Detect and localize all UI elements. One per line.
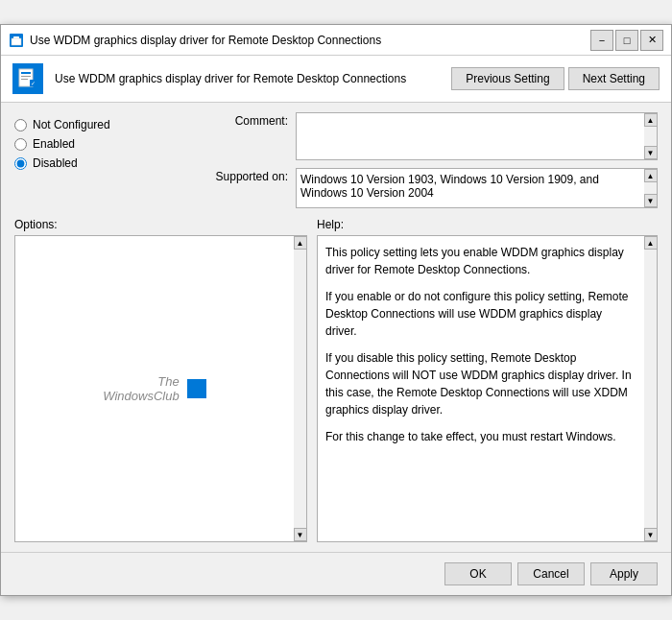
disabled-radio[interactable] [14, 157, 27, 170]
help-panel: Help: This policy setting lets you enabl… [317, 218, 658, 542]
footer: OK Cancel Apply [1, 552, 671, 595]
supported-label: Supported on: [206, 168, 288, 183]
scroll-down-arrow[interactable]: ▼ [644, 146, 658, 159]
comment-scrollbar: ▲ ▼ [644, 112, 658, 160]
comment-label: Comment: [206, 112, 288, 128]
watermark-line1: The [157, 374, 179, 389]
watermark-square [187, 379, 206, 398]
ok-button[interactable]: OK [444, 562, 512, 585]
help-label: Help: [317, 218, 658, 231]
top-section: Not Configured Enabled Disabled Comment: [14, 112, 658, 208]
scroll-up-arrow[interactable]: ▲ [644, 113, 658, 127]
supported-scrollbar: ▲ ▼ [644, 168, 658, 208]
supported-text-box: Windows 10 Version 1903, Windows 10 Vers… [296, 168, 644, 208]
supported-scroll-down[interactable]: ▼ [644, 194, 658, 207]
supported-row: Supported on: Windows 10 Version 1903, W… [206, 168, 658, 208]
header-bar: ✓ Use WDDM graphics display driver for R… [1, 56, 671, 103]
help-scroll-down[interactable]: ▼ [644, 528, 658, 541]
maximize-button[interactable]: □ [615, 30, 638, 51]
supported-scroll-up[interactable]: ▲ [644, 169, 658, 182]
enabled-radio[interactable] [14, 138, 27, 151]
minimize-button[interactable]: − [590, 30, 613, 51]
options-panel: Options: The WindowsClub ▲ [14, 218, 307, 542]
radio-section: Not Configured Enabled Disabled [14, 112, 206, 176]
bottom-section: Options: The WindowsClub ▲ [14, 218, 658, 542]
cancel-button[interactable]: Cancel [517, 562, 585, 585]
options-label: Options: [14, 218, 307, 231]
previous-setting-button[interactable]: Previous Setting [451, 67, 564, 90]
not-configured-label: Not Configured [33, 118, 110, 131]
enabled-option[interactable]: Enabled [14, 137, 206, 151]
disabled-label: Disabled [33, 156, 78, 170]
supported-scroll-track [644, 182, 657, 194]
title-bar-text: Use WDDM graphics display driver for Rem… [30, 34, 585, 47]
next-setting-button[interactable]: Next Setting [568, 67, 660, 90]
policy-icon: ✓ [12, 63, 43, 94]
help-paragraph-1: This policy setting lets you enable WDDM… [325, 244, 636, 278]
watermark-line2: WindowsClub [103, 389, 179, 403]
window-icon [9, 33, 24, 48]
title-bar: Use WDDM graphics display driver for Rem… [1, 25, 671, 56]
help-paragraph-4: For this change to take effect, you must… [325, 428, 636, 445]
header-title: Use WDDM graphics display driver for Rem… [55, 72, 440, 85]
options-scroll-up[interactable]: ▲ [294, 236, 307, 250]
options-scroll-track [294, 250, 306, 528]
comment-textarea[interactable] [296, 112, 644, 160]
comment-row: Comment: ▲ ▼ [206, 112, 658, 160]
svg-rect-8 [21, 79, 28, 80]
disabled-option[interactable]: Disabled [14, 156, 206, 170]
help-paragraph-3: If you disable this policy setting, Remo… [325, 349, 636, 418]
help-paragraph-2: If you enable or do not configure this p… [325, 288, 636, 340]
not-configured-radio[interactable] [14, 119, 27, 131]
scroll-track [644, 127, 657, 146]
svg-rect-6 [21, 72, 31, 74]
enabled-label: Enabled [33, 137, 75, 151]
apply-button[interactable]: Apply [590, 562, 658, 585]
help-box: This policy setting lets you enable WDDM… [317, 235, 644, 542]
main-content: Not Configured Enabled Disabled Comment: [1, 103, 671, 552]
help-scroll-track [644, 250, 657, 528]
not-configured-option[interactable]: Not Configured [14, 118, 206, 131]
supported-text: Windows 10 Version 1903, Windows 10 Vers… [300, 173, 640, 200]
right-section: Comment: ▲ ▼ Supported on: Win [206, 112, 658, 208]
options-scroll-down[interactable]: ▼ [294, 528, 307, 541]
header-buttons: Previous Setting Next Setting [451, 67, 660, 90]
main-window: Use WDDM graphics display driver for Rem… [0, 24, 672, 596]
help-scroll-up[interactable]: ▲ [644, 236, 658, 250]
svg-rect-7 [21, 76, 31, 77]
title-bar-controls: − □ ✕ [590, 30, 663, 51]
close-button[interactable]: ✕ [640, 30, 663, 51]
options-scrollbar: ▲ ▼ [294, 235, 307, 542]
watermark: The WindowsClub [103, 374, 205, 403]
options-box: The WindowsClub [14, 235, 294, 542]
help-scrollbar: ▲ ▼ [644, 235, 658, 542]
svg-text:✓: ✓ [31, 81, 36, 86]
